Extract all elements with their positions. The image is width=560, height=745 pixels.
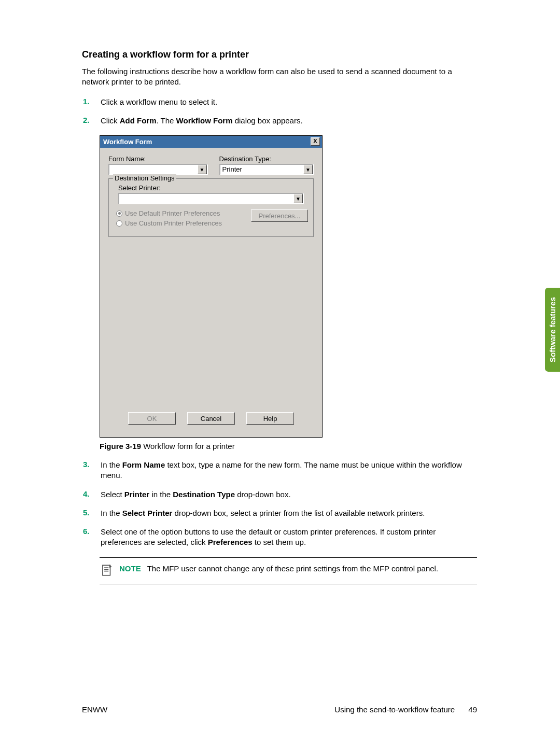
footer-left: ENWW: [82, 705, 107, 714]
dialog-titlebar: Workflow Form X: [100, 136, 322, 148]
step-text: In the Form Name text box, type a name f…: [101, 460, 477, 481]
select-printer-value: [119, 194, 293, 203]
section-title: Creating a workflow form for a printer: [82, 49, 477, 60]
step-number: 1.: [82, 97, 101, 107]
step-item: 3.In the Form Name text box, type a name…: [82, 460, 477, 481]
step-item: 1.Click a workflow menu to select it.: [82, 97, 477, 107]
note-label: NOTE: [119, 564, 141, 573]
step-number: 6.: [82, 527, 101, 548]
destination-type-value: Printer: [220, 165, 303, 174]
ok-button[interactable]: OK: [128, 412, 176, 425]
destination-settings-group: Destination Settings Select Printer: ▼ U…: [108, 178, 314, 237]
dialog-title: Workflow Form: [103, 138, 152, 146]
cancel-button[interactable]: Cancel: [187, 412, 235, 425]
destination-type-label: Destination Type:: [219, 155, 314, 163]
svg-rect-0: [103, 565, 110, 575]
radio-custom-preferences[interactable]: Use Custom Printer Preferences: [116, 219, 251, 227]
chevron-down-icon[interactable]: ▼: [198, 165, 207, 174]
intro-paragraph: The following instructions describe how …: [82, 66, 477, 88]
steps-list-continued: 3.In the Form Name text box, type a name…: [82, 460, 477, 548]
workflow-form-dialog: Workflow Form X Form Name: ▼ Destination…: [100, 135, 323, 438]
page-number: 49: [468, 705, 477, 714]
step-item: 5.In the Select Printer drop-down box, s…: [82, 508, 477, 518]
note-block: NOTEThe MFP user cannot change any of th…: [100, 557, 477, 584]
note-text: The MFP user cannot change any of these …: [147, 564, 438, 573]
step-text: Click Add Form. The Workflow Form dialog…: [101, 116, 477, 126]
select-printer-combo[interactable]: ▼: [118, 193, 304, 204]
note-icon: [100, 563, 114, 578]
radio-icon: [116, 220, 122, 227]
step-number: 5.: [82, 508, 101, 518]
radio-icon: [116, 210, 122, 217]
step-text: Select Printer in the Destination Type d…: [101, 489, 477, 500]
help-button[interactable]: Help: [246, 412, 294, 425]
form-name-value[interactable]: [109, 165, 198, 174]
page-footer: ENWW Using the send-to-workflow feature …: [82, 705, 477, 714]
step-text: Select one of the option buttons to use …: [101, 527, 477, 548]
step-text: In the Select Printer drop-down box, sel…: [101, 508, 477, 518]
step-text: Click a workflow menu to select it.: [101, 97, 477, 107]
form-name-combo[interactable]: ▼: [108, 164, 208, 175]
destination-type-combo[interactable]: Printer ▼: [219, 164, 314, 175]
chevron-down-icon[interactable]: ▼: [293, 194, 303, 203]
select-printer-label: Select Printer:: [118, 184, 308, 192]
chevron-down-icon[interactable]: ▼: [303, 165, 313, 174]
radio-default-preferences[interactable]: Use Default Printer Preferences: [116, 209, 251, 217]
steps-list: 1.Click a workflow menu to select it.2.C…: [82, 97, 477, 126]
step-number: 4.: [82, 489, 101, 500]
preferences-button[interactable]: Preferences...: [251, 209, 308, 222]
step-number: 2.: [82, 116, 101, 126]
step-item: 2.Click Add Form. The Workflow Form dial…: [82, 116, 477, 126]
step-number: 3.: [82, 460, 101, 481]
group-legend: Destination Settings: [113, 174, 176, 182]
form-name-label: Form Name:: [108, 155, 208, 163]
footer-right: Using the send-to-workflow feature: [334, 705, 455, 714]
step-item: 6.Select one of the option buttons to us…: [82, 527, 477, 548]
side-tab: Software features: [545, 288, 560, 372]
figure-caption: Figure 3-19 Workflow form for a printer: [100, 442, 477, 451]
close-button[interactable]: X: [311, 137, 320, 146]
step-item: 4.Select Printer in the Destination Type…: [82, 489, 477, 500]
